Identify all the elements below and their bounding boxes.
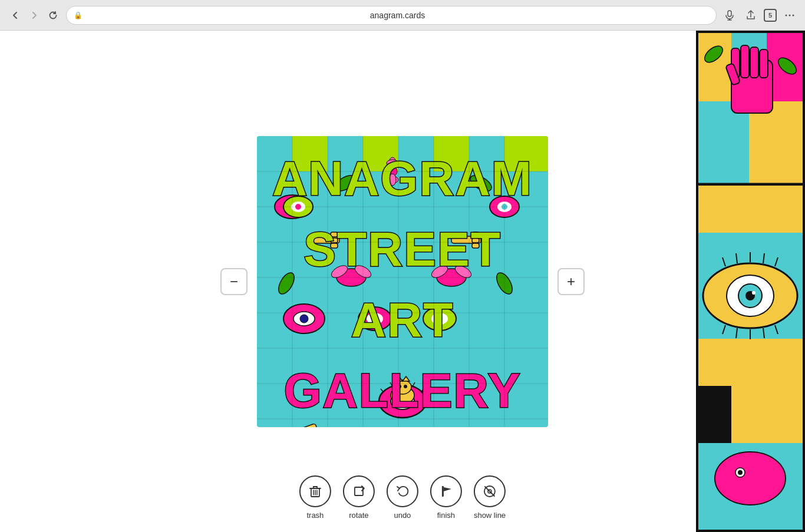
reload-button[interactable]	[45, 7, 61, 24]
svg-rect-126	[696, 339, 805, 386]
back-button[interactable]	[7, 7, 24, 24]
toolbar: trash rotate	[299, 475, 506, 520]
rotate-tool[interactable]: rotate	[343, 475, 375, 520]
nav-buttons	[7, 7, 61, 24]
lock-icon: 🔒	[74, 11, 83, 19]
page-layout: −	[0, 31, 805, 532]
center-area: −	[0, 31, 805, 532]
svg-rect-101	[442, 486, 444, 497]
microphone-button[interactable]	[721, 7, 738, 24]
more-options-button[interactable]	[781, 7, 798, 24]
tab-count-badge[interactable]: 5	[764, 9, 777, 22]
side-panel	[696, 31, 805, 532]
rotate-icon-circle	[343, 475, 375, 507]
card-image: ANAGRAM STREET ART GALLERY	[257, 136, 548, 427]
svg-rect-107	[696, 31, 731, 101]
trash-tool[interactable]: trash	[299, 475, 331, 520]
show-line-icon	[482, 484, 497, 499]
url-text: anagram.cards	[86, 11, 709, 20]
trash-icon	[308, 484, 323, 499]
finish-icon-circle	[430, 475, 462, 507]
zoom-out-button[interactable]: −	[220, 268, 248, 295]
undo-icon	[395, 484, 410, 499]
address-bar[interactable]: 🔒 anagram.cards	[66, 6, 717, 25]
undo-tool[interactable]: undo	[387, 475, 418, 520]
svg-rect-0	[728, 11, 731, 16]
svg-point-147	[738, 470, 743, 475]
svg-rect-114	[741, 45, 749, 78]
svg-line-103	[485, 487, 494, 496]
side-panel-image	[696, 31, 805, 532]
zoom-and-card: −	[220, 136, 585, 427]
svg-text:GALLERY: GALLERY	[284, 364, 522, 417]
svg-rect-100	[355, 487, 363, 495]
finish-tool[interactable]: finish	[430, 475, 462, 520]
trash-label: trash	[306, 511, 324, 520]
show-line-icon-circle	[474, 475, 506, 507]
svg-rect-116	[760, 49, 768, 78]
share-button[interactable]	[743, 7, 759, 24]
svg-rect-124	[696, 186, 805, 233]
card-canvas: ANAGRAM STREET ART GALLERY	[257, 136, 548, 427]
svg-point-3	[786, 14, 787, 16]
rotate-icon	[351, 484, 367, 499]
show-line-tool[interactable]: show line	[474, 475, 506, 520]
show-line-label: show line	[474, 511, 506, 520]
finish-label: finish	[437, 511, 455, 520]
svg-point-133	[752, 291, 755, 295]
finish-icon	[438, 484, 454, 499]
svg-point-20	[300, 315, 308, 323]
rotate-label: rotate	[349, 511, 368, 520]
svg-text:ANAGRAM: ANAGRAM	[272, 151, 533, 205]
svg-text:STREET: STREET	[303, 222, 501, 276]
forward-button[interactable]	[26, 7, 42, 24]
svg-text:ART: ART	[351, 293, 454, 346]
undo-icon-circle	[387, 475, 418, 507]
undo-label: undo	[394, 511, 411, 520]
svg-rect-115	[750, 47, 758, 78]
browser-actions: 5	[721, 7, 798, 24]
svg-point-145	[715, 452, 786, 505]
svg-point-5	[793, 14, 794, 16]
zoom-in-button[interactable]: +	[557, 268, 585, 295]
svg-point-4	[789, 14, 791, 16]
browser-chrome: 🔒 anagram.cards 5	[0, 0, 805, 31]
trash-icon-circle	[299, 475, 331, 507]
